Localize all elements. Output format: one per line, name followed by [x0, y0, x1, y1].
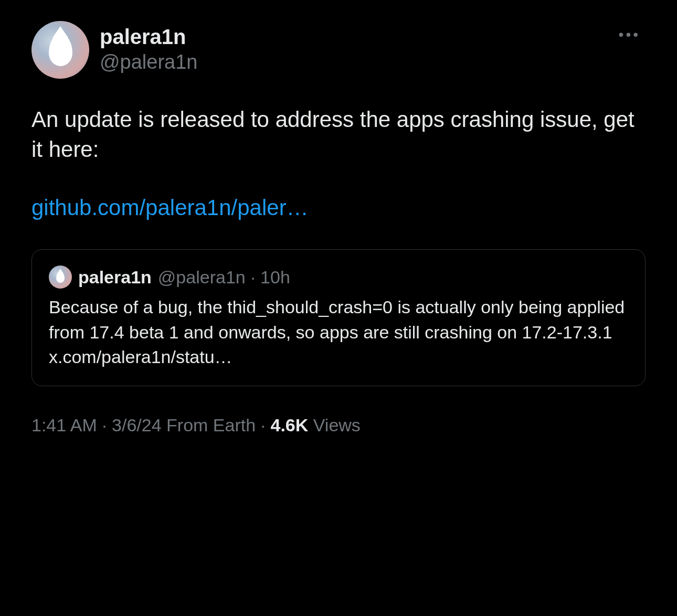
tweet-location: From Earth	[166, 415, 256, 435]
separator: ·	[250, 267, 255, 287]
ellipsis-icon: •••	[619, 26, 640, 43]
views-label: Views	[313, 415, 361, 435]
drop-icon	[56, 271, 65, 283]
quoted-display-name: palera1n	[78, 267, 152, 288]
user-info[interactable]: palera1n @palera1n	[31, 21, 197, 79]
user-names: palera1n @palera1n	[100, 24, 197, 75]
quoted-header: palera1n @palera1n · 10h	[49, 265, 628, 289]
separator: ·	[102, 415, 107, 435]
tweet-link[interactable]: github.com/palera1n/paler…	[31, 193, 309, 223]
quoted-meta: @palera1n · 10h	[158, 267, 290, 288]
user-handle[interactable]: @palera1n	[100, 49, 197, 75]
quoted-tweet[interactable]: palera1n @palera1n · 10h Because of a bu…	[31, 249, 646, 386]
quoted-avatar[interactable]	[49, 265, 72, 289]
avatar[interactable]	[31, 21, 89, 79]
display-name[interactable]: palera1n	[100, 24, 197, 49]
tweet-time[interactable]: 1:41 AM	[31, 415, 97, 435]
separator: ·	[261, 415, 266, 435]
tweet-date[interactable]: 3/6/24	[112, 415, 162, 435]
views-count[interactable]: 4.6K	[271, 415, 309, 435]
tweet-container: palera1n @palera1n ••• An update is rele…	[0, 0, 677, 456]
quoted-handle: @palera1n	[158, 267, 246, 287]
quoted-time: 10h	[260, 267, 290, 287]
tweet-body: An update is released to address the app…	[31, 105, 646, 223]
tweet-header: palera1n @palera1n •••	[31, 21, 646, 79]
more-options-button[interactable]: •••	[613, 21, 646, 48]
tweet-footer: 1:41 AM · 3/6/24 From Earth · 4.6K Views	[31, 415, 646, 436]
drop-icon	[49, 34, 72, 66]
tweet-text: An update is released to address the app…	[31, 107, 634, 162]
quoted-body: Because of a bug, the thid_should_crash=…	[49, 295, 628, 370]
